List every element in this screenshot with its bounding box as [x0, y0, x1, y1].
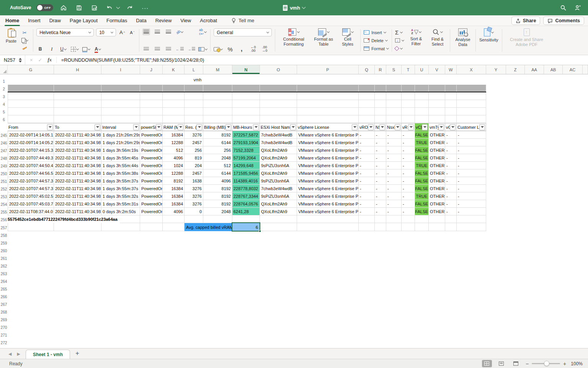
cell-I249[interactable]: 1 days 3h:55m:44s [101, 162, 140, 169]
row-header-270[interactable]: 270 [0, 323, 8, 331]
cell-Q245[interactable]: - [359, 131, 375, 139]
row-header-268[interactable]: 268 [0, 308, 8, 315]
cell-I250[interactable]: 1 days 3h:55m:38s [101, 169, 140, 177]
prev-sheet-icon[interactable]: ◀ [8, 352, 11, 356]
percent-button[interactable]: % [226, 46, 234, 53]
header-cell-G[interactable]: From [8, 123, 54, 131]
cell-G247[interactable]: 2022-02-10T07:44:15.3 [8, 146, 54, 154]
title-chevron-icon[interactable] [302, 5, 305, 9]
cell-W252[interactable]: - [445, 185, 457, 192]
cell-R247[interactable]: - [375, 146, 386, 154]
cell-X249[interactable]: - [457, 162, 486, 169]
row-header-250[interactable]: 250 [0, 169, 8, 177]
cell-S247[interactable]: - [386, 146, 402, 154]
cell-Q248[interactable]: - [359, 154, 375, 162]
fill-color-button[interactable] [82, 46, 90, 53]
cell-O255[interactable]: QXoLlfm2Ah9 [260, 208, 297, 215]
formula-input[interactable]: =ROUNDDOWN(SUMIF(U8:U255;"TRUE";N8:N255)… [57, 58, 204, 63]
cell-R[interactable] [375, 85, 386, 92]
cell-K249[interactable]: 1024 [163, 162, 185, 169]
filter-button-U[interactable] [422, 124, 428, 130]
cell-R[interactable] [375, 100, 386, 108]
cell-I252[interactable]: 1 days 3h:55m:37s [101, 185, 140, 192]
cell-V246[interactable]: OTHER [429, 139, 445, 146]
row-header-256[interactable]: 256 [0, 215, 8, 223]
cell-G250[interactable]: 2022-02-10T07:44:56.5 [8, 169, 54, 177]
row-header-251[interactable]: 251 [0, 177, 8, 185]
wrap-text-button[interactable]: abc↩ [198, 28, 207, 35]
cell-M245[interactable]: 8192 [203, 131, 232, 139]
cell-P252[interactable]: VMware vSphere 6 Enterprise Plus [297, 185, 359, 192]
cell-M249[interactable]: 512 [203, 162, 232, 169]
tab-review[interactable]: Review [155, 15, 172, 26]
cell-M255[interactable]: 2048 [203, 208, 232, 215]
cell-P[interactable] [297, 115, 359, 123]
align-top-button[interactable] [142, 28, 150, 35]
cell-G[interactable] [8, 108, 54, 115]
cell-P251[interactable]: VMware vSphere 6 Enterprise Plus [297, 177, 359, 185]
cell-I[interactable] [101, 100, 140, 108]
row-header-3[interactable]: 3 [0, 92, 8, 100]
cell-S249[interactable]: - [386, 162, 402, 169]
column-header-Y[interactable]: Y [486, 65, 506, 74]
row-header-248[interactable]: 248 [0, 154, 8, 162]
share-button[interactable]: Share [511, 16, 541, 25]
cell-L254[interactable]: 3276 [185, 200, 203, 208]
cell-U[interactable] [415, 215, 429, 223]
cell-T255[interactable]: - [402, 208, 415, 215]
filter-button-P[interactable] [352, 124, 358, 130]
cell-I251[interactable]: 1 days 3h:55m:37s [101, 177, 140, 185]
cell-V255[interactable]: OTHER [429, 208, 445, 215]
column-header-N[interactable]: N [232, 65, 260, 74]
cell-N250[interactable]: 171585,9456 [232, 169, 260, 177]
cell-H[interactable] [54, 115, 101, 123]
cell-X247[interactable]: - [457, 146, 486, 154]
cell-W[interactable] [445, 115, 457, 123]
column-header-J[interactable]: J [140, 65, 163, 74]
row-header-6[interactable]: 6 [0, 115, 8, 123]
cell-U247[interactable]: FALSE [415, 146, 429, 154]
cell-Q250[interactable]: - [359, 169, 375, 177]
cell-R245[interactable]: - [375, 131, 386, 139]
row-header-5[interactable]: 5 [0, 108, 8, 115]
cell-S252[interactable]: - [386, 185, 402, 192]
filter-button-J[interactable] [156, 124, 162, 130]
cell-J[interactable] [140, 108, 163, 115]
cell-J255[interactable]: PoweredOn [140, 208, 163, 215]
cell-J250[interactable]: PoweredOn [140, 169, 163, 177]
cell-O253[interactable]: 9sPiZU3snh6A [260, 192, 297, 200]
cell-I[interactable] [101, 115, 140, 123]
cell-O257[interactable] [260, 223, 297, 231]
cell-M246[interactable]: 6144 [203, 139, 232, 146]
cell-T[interactable] [402, 92, 415, 100]
cell-Q[interactable] [359, 115, 375, 123]
cell-R250[interactable]: - [375, 169, 386, 177]
home-icon[interactable] [59, 3, 69, 13]
column-header-Q[interactable]: Q [359, 65, 375, 74]
cell-H[interactable] [54, 85, 101, 92]
cell-S[interactable] [386, 92, 402, 100]
font-size-select[interactable]: 10 [96, 28, 116, 36]
cell-T249[interactable]: - [402, 162, 415, 169]
cell-L253[interactable]: 3276 [185, 192, 203, 200]
cell-J[interactable] [140, 85, 163, 92]
cell-X[interactable] [457, 108, 486, 115]
row-header-261[interactable]: 261 [0, 254, 8, 262]
zoom-out-button[interactable]: − [526, 361, 529, 367]
cell-K253[interactable]: 16384 [163, 192, 185, 200]
accounting-format-button[interactable] [214, 46, 222, 53]
header-cell-J[interactable]: powerState [140, 123, 163, 131]
cancel-entry-icon[interactable]: × [30, 57, 33, 63]
row-header-254[interactable]: 254 [0, 200, 8, 208]
cell-H247[interactable]: 2022-02-11T11:40:34.982 [54, 146, 101, 154]
cell-W[interactable] [445, 100, 457, 108]
cell-J247[interactable]: PoweredOn [140, 146, 163, 154]
cell-L247[interactable]: 256 [185, 146, 203, 154]
cell-P[interactable] [297, 85, 359, 92]
cell-K247[interactable]: 512 [163, 146, 185, 154]
page-layout-view-button[interactable] [497, 360, 506, 367]
cell-N[interactable] [232, 100, 260, 108]
account-share-icon[interactable] [574, 5, 581, 11]
column-header-AC[interactable]: AC [563, 65, 583, 74]
cell-H246[interactable]: 2022-02-11T11:40:34.982 [54, 139, 101, 146]
